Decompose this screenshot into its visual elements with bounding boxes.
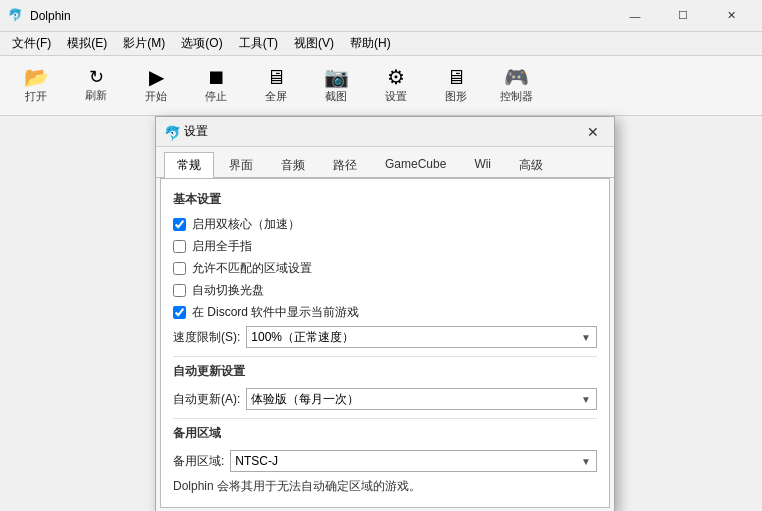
discord-row: 在 Discord 软件中显示当前游戏 <box>173 304 597 321</box>
backup-region-wrapper: NTSC-J ▼ <box>230 450 597 472</box>
discord-label: 在 Discord 软件中显示当前游戏 <box>192 304 359 321</box>
menu-view[interactable]: 视图(V) <box>286 33 342 54</box>
refresh-button[interactable]: ↻ 刷新 <box>68 60 124 112</box>
open-label: 打开 <box>25 89 47 104</box>
menu-movie[interactable]: 影片(M) <box>115 33 173 54</box>
open-button[interactable]: 📂 打开 <box>8 60 64 112</box>
screenshot-button[interactable]: 📷 截图 <box>308 60 364 112</box>
menu-emulate[interactable]: 模拟(E) <box>59 33 115 54</box>
speed-limit-wrapper: 100%（正常速度） ▼ <box>246 326 597 348</box>
basic-settings-title: 基本设置 <box>173 191 597 210</box>
dual-core-label: 启用双核心（加速） <box>192 216 300 233</box>
backup-region-row: 备用区域: NTSC-J ▼ <box>173 450 597 472</box>
auto-update-row: 自动更新(A): 体验版（每月一次） ▼ <box>173 388 597 410</box>
speed-limit-label: 速度限制(S): <box>173 329 240 346</box>
backup-region-note: Dolphin 会将其用于无法自动确定区域的游戏。 <box>173 478 597 495</box>
stop-button[interactable]: ⏹ 停止 <box>188 60 244 112</box>
graphics-label: 图形 <box>445 89 467 104</box>
region-mismatch-row: 允许不匹配的区域设置 <box>173 260 597 277</box>
start-label: 开始 <box>145 89 167 104</box>
full-finger-label: 启用全手指 <box>192 238 252 255</box>
controller-label: 控制器 <box>500 89 533 104</box>
fullscreen-button[interactable]: 🖥 全屏 <box>248 60 304 112</box>
auto-update-select[interactable]: 体验版（每月一次） <box>246 388 597 410</box>
backup-region-select[interactable]: NTSC-J <box>230 450 597 472</box>
tab-gamecube[interactable]: GameCube <box>372 152 459 178</box>
tab-general[interactable]: 常规 <box>164 152 214 178</box>
menu-tools[interactable]: 工具(T) <box>231 33 286 54</box>
backup-region-title: 备用区域 <box>173 425 597 444</box>
settings-label: 设置 <box>385 89 407 104</box>
open-icon: 📂 <box>24 67 49 87</box>
fullscreen-icon: 🖥 <box>266 67 286 87</box>
stop-label: 停止 <box>205 89 227 104</box>
speed-limit-select[interactable]: 100%（正常速度） <box>246 326 597 348</box>
camera-icon: 📷 <box>324 67 349 87</box>
tab-audio[interactable]: 音频 <box>268 152 318 178</box>
discord-checkbox[interactable] <box>173 306 186 319</box>
auto-disc-row: 自动切换光盘 <box>173 282 597 299</box>
menu-options[interactable]: 选项(O) <box>173 33 230 54</box>
menu-file[interactable]: 文件(F) <box>4 33 59 54</box>
dialog-title-bar: 🐬 设置 ✕ <box>156 117 614 147</box>
maximize-button[interactable]: ☐ <box>660 0 706 32</box>
start-button[interactable]: ▶ 开始 <box>128 60 184 112</box>
tab-advanced[interactable]: 高级 <box>506 152 556 178</box>
tab-interface[interactable]: 界面 <box>216 152 266 178</box>
app-title: Dolphin <box>30 9 612 23</box>
window-controls: — ☐ ✕ <box>612 0 754 32</box>
controller-button[interactable]: 🎮 控制器 <box>488 60 544 112</box>
dual-core-row: 启用双核心（加速） <box>173 216 597 233</box>
menu-bar: 文件(F) 模拟(E) 影片(M) 选项(O) 工具(T) 视图(V) 帮助(H… <box>0 32 762 56</box>
auto-disc-checkbox[interactable] <box>173 284 186 297</box>
auto-disc-label: 自动切换光盘 <box>192 282 264 299</box>
tabs-bar: 常规 界面 音频 路径 GameCube Wii 高级 <box>156 147 614 178</box>
dialog-icon: 🐬 <box>164 125 178 139</box>
auto-update-wrapper: 体验版（每月一次） ▼ <box>246 388 597 410</box>
settings-dialog: 🐬 设置 ✕ 常规 界面 音频 路径 GameCube Wii 高级 基本设置 <box>155 116 615 511</box>
screenshot-label: 截图 <box>325 89 347 104</box>
tab-wii[interactable]: Wii <box>461 152 504 178</box>
full-finger-checkbox[interactable] <box>173 240 186 253</box>
auto-update-title: 自动更新设置 <box>173 363 597 382</box>
menu-help[interactable]: 帮助(H) <box>342 33 399 54</box>
speed-limit-row: 速度限制(S): 100%（正常速度） ▼ <box>173 326 597 348</box>
dual-core-checkbox[interactable] <box>173 218 186 231</box>
region-mismatch-label: 允许不匹配的区域设置 <box>192 260 312 277</box>
full-finger-row: 启用全手指 <box>173 238 597 255</box>
auto-update-label: 自动更新(A): <box>173 391 240 408</box>
dialog-content: 基本设置 启用双核心（加速） 启用全手指 允许不匹配的区域设置 自动切换光盘 <box>160 178 610 508</box>
dialog-close-button[interactable]: ✕ <box>580 122 606 142</box>
tab-path[interactable]: 路径 <box>320 152 370 178</box>
main-window: 🐬 Dolphin — ☐ ✕ 文件(F) 模拟(E) 影片(M) 选项(O) … <box>0 0 762 511</box>
dialog-title: 设置 <box>184 123 580 140</box>
app-icon: 🐬 <box>8 8 24 24</box>
refresh-icon: ↻ <box>89 68 104 86</box>
minimize-button[interactable]: — <box>612 0 658 32</box>
region-mismatch-checkbox[interactable] <box>173 262 186 275</box>
controller-icon: 🎮 <box>504 67 529 87</box>
graphics-button[interactable]: 🖥 图形 <box>428 60 484 112</box>
play-icon: ▶ <box>149 67 164 87</box>
stop-icon: ⏹ <box>206 67 226 87</box>
fullscreen-label: 全屏 <box>265 89 287 104</box>
divider-2 <box>173 418 597 419</box>
toolbar: 📂 打开 ↻ 刷新 ▶ 开始 ⏹ 停止 🖥 全屏 📷 截图 ⚙ 设置 🖥 <box>0 56 762 116</box>
graphics-icon: 🖥 <box>446 67 466 87</box>
content-area: 🐬 设置 ✕ 常规 界面 音频 路径 GameCube Wii 高级 基本设置 <box>0 116 762 511</box>
settings-button[interactable]: ⚙ 设置 <box>368 60 424 112</box>
divider-1 <box>173 356 597 357</box>
refresh-label: 刷新 <box>85 88 107 103</box>
close-button[interactable]: ✕ <box>708 0 754 32</box>
title-bar: 🐬 Dolphin — ☐ ✕ <box>0 0 762 32</box>
settings-icon: ⚙ <box>387 67 405 87</box>
backup-region-label: 备用区域: <box>173 453 224 470</box>
